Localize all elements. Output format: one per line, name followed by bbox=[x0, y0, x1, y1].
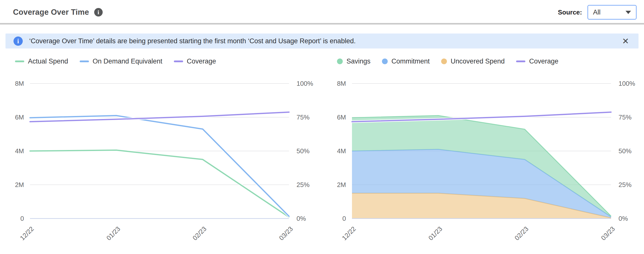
legend-label: Uncovered Spend bbox=[451, 58, 504, 65]
y-axis-tick-label: 100% bbox=[618, 80, 635, 87]
info-icon: i bbox=[14, 37, 23, 46]
y-axis-tick-label: 2M bbox=[15, 181, 24, 188]
plot-area[interactable] bbox=[352, 81, 611, 221]
x-axis-labels: 12/2201/2302/2303/23 bbox=[352, 221, 611, 246]
legend-label: Commitment bbox=[392, 58, 430, 65]
plot-row: 8M6M4M2M0 12/2201/2302/2303/23 100%75%50… bbox=[332, 81, 639, 246]
legend-item-actual-spend[interactable]: Actual Spend bbox=[15, 58, 68, 65]
legend-dot-icon bbox=[441, 59, 447, 64]
source-select-value: All bbox=[593, 9, 600, 16]
legend-item-on-demand-equivalent[interactable]: On Demand Equivalent bbox=[80, 58, 162, 65]
plot-column: 12/2201/2302/2303/23 bbox=[30, 81, 289, 246]
legend-label: Coverage bbox=[187, 58, 216, 65]
legend-item-commitment[interactable]: Commitment bbox=[382, 58, 430, 65]
y-axis-tick-label: 8M bbox=[15, 80, 24, 87]
legend-dot-icon bbox=[337, 59, 343, 64]
x-axis-tick-label: 01/23 bbox=[105, 225, 122, 242]
info-icon[interactable]: i bbox=[94, 8, 103, 17]
y-axis-tick-label: 100% bbox=[296, 80, 313, 87]
y-axis-tick-label: 0% bbox=[296, 215, 306, 222]
coverage-stacked-area-chart: SavingsCommitmentUncovered SpendCoverage… bbox=[322, 57, 644, 246]
legend-item-uncovered-spend[interactable]: Uncovered Spend bbox=[441, 58, 504, 65]
y-axis-tick-label: 75% bbox=[618, 114, 632, 121]
coverage-line-chart: Actual SpendOn Demand EquivalentCoverage… bbox=[0, 57, 322, 246]
y-axis-tick-label: 50% bbox=[618, 147, 632, 155]
title-row: Coverage Over Time i bbox=[13, 8, 103, 17]
legend-line-icon bbox=[15, 61, 24, 62]
y-axis-left-labels: 8M6M4M2M0 bbox=[10, 81, 30, 246]
legend-label: Savings bbox=[346, 58, 370, 65]
x-axis-tick-label: 02/23 bbox=[191, 225, 208, 242]
header-divider bbox=[0, 23, 644, 25]
legend-dot-icon bbox=[382, 59, 388, 64]
close-icon[interactable]: ✕ bbox=[622, 37, 629, 45]
plot-area[interactable] bbox=[30, 81, 289, 221]
source-select[interactable]: All bbox=[588, 5, 636, 20]
source-label: Source: bbox=[558, 9, 582, 16]
y-axis-left-labels: 8M6M4M2M0 bbox=[332, 81, 352, 246]
plot-row: 8M6M4M2M0 12/2201/2302/2303/23 100%75%50… bbox=[10, 81, 317, 246]
y-axis-tick-label: 25% bbox=[296, 181, 310, 188]
info-icon-glyph: i bbox=[98, 10, 99, 15]
legend-item-savings[interactable]: Savings bbox=[337, 58, 370, 65]
y-axis-tick-label: 8M bbox=[337, 80, 346, 87]
chart-legend: SavingsCommitmentUncovered SpendCoverage bbox=[337, 57, 639, 66]
chevron-down-icon bbox=[626, 11, 631, 14]
y-axis-right-labels: 100%75%50%25%0% bbox=[611, 81, 639, 246]
x-axis-labels: 12/2201/2302/2303/23 bbox=[30, 221, 289, 246]
y-axis-tick-label: 2M bbox=[337, 181, 346, 188]
legend-line-icon bbox=[174, 61, 183, 62]
charts-row: Actual SpendOn Demand EquivalentCoverage… bbox=[0, 57, 644, 246]
legend-label: On Demand Equivalent bbox=[93, 58, 162, 65]
source-filter: Source: All bbox=[558, 5, 636, 20]
chart-legend: Actual SpendOn Demand EquivalentCoverage bbox=[15, 57, 317, 66]
page-title: Coverage Over Time bbox=[13, 8, 89, 17]
y-axis-tick-label: 0% bbox=[618, 215, 628, 222]
y-axis-tick-label: 75% bbox=[296, 114, 310, 121]
legend-line-icon bbox=[80, 61, 89, 62]
y-axis-tick-label: 4M bbox=[337, 147, 346, 155]
banner-text: ‘Coverage Over Time’ details are being p… bbox=[29, 37, 616, 45]
y-axis-right-labels: 100%75%50%25%0% bbox=[289, 81, 317, 246]
legend-line-icon bbox=[516, 61, 525, 62]
y-axis-tick-label: 4M bbox=[15, 147, 24, 155]
y-axis-tick-label: 0 bbox=[342, 215, 346, 222]
legend-item-coverage[interactable]: Coverage bbox=[174, 58, 216, 65]
y-axis-tick-label: 0 bbox=[20, 215, 24, 222]
y-axis-tick-label: 50% bbox=[296, 147, 310, 155]
info-icon-glyph: i bbox=[17, 38, 19, 44]
coverage-over-time-page: Coverage Over Time i Source: All i ‘Cove… bbox=[0, 0, 644, 254]
legend-label: Coverage bbox=[529, 58, 558, 65]
x-axis-tick-label: 01/23 bbox=[427, 225, 444, 242]
y-axis-tick-label: 6M bbox=[337, 114, 346, 121]
info-banner: i ‘Coverage Over Time’ details are being… bbox=[6, 34, 638, 49]
plot-column: 12/2201/2302/2303/23 bbox=[352, 81, 611, 246]
legend-label: Actual Spend bbox=[28, 58, 68, 65]
y-axis-tick-label: 6M bbox=[15, 114, 24, 121]
legend-item-coverage[interactable]: Coverage bbox=[516, 58, 558, 65]
y-axis-tick-label: 25% bbox=[618, 181, 632, 188]
x-axis-tick-label: 02/23 bbox=[513, 225, 530, 242]
header: Coverage Over Time i Source: All bbox=[0, 0, 644, 23]
